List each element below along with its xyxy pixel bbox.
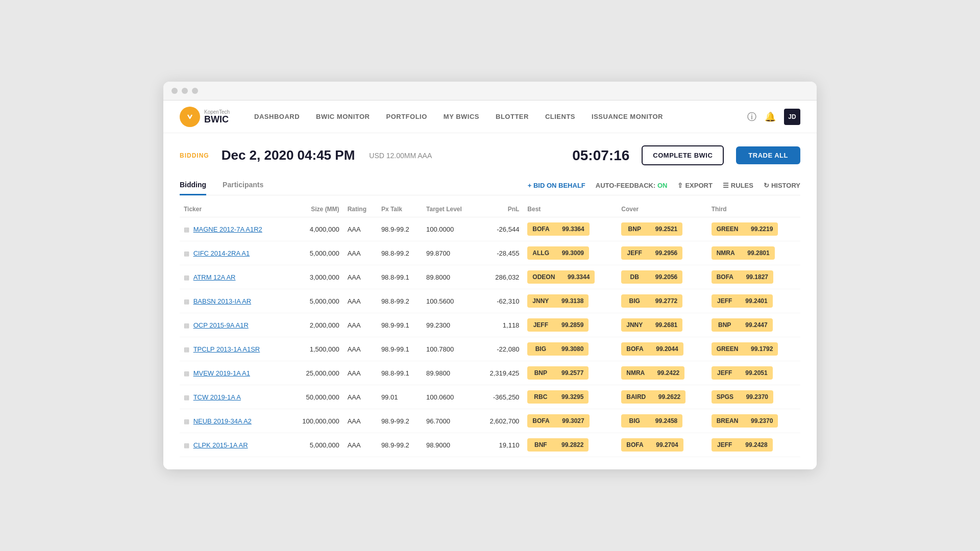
cell-best-0: BOFA 99.3364	[523, 217, 617, 241]
cell-px-talk-7: 99.01	[377, 385, 422, 409]
cell-size-7: 50,000,000	[287, 385, 344, 409]
best-value-9: 99.2822	[554, 438, 589, 452]
browser-dot-1	[172, 88, 178, 94]
table-header: Ticker Size (MM) Rating Px Talk Target L…	[180, 199, 800, 217]
cell-ticker-2: ▩ ATRM 12A AR	[180, 265, 287, 289]
nav-blotter[interactable]: BLOTTER	[496, 113, 529, 120]
ticker-link-7[interactable]: TCW 2019-1A A	[193, 393, 241, 401]
cell-third-3: JEFF 99.2401	[707, 289, 800, 313]
nav-links: DASHBOARD BWIC MONITOR PORTFOLIO MY BWIC…	[254, 113, 731, 120]
chart-icon-3: ▩	[184, 298, 189, 305]
third-label-7: SPGS	[712, 390, 739, 404]
cell-ticker-7: ▩ TCW 2019-1A A	[180, 385, 287, 409]
third-label-1: NMRA	[712, 246, 740, 260]
cell-target-4: 99.2300	[422, 313, 477, 337]
ticker-link-2[interactable]: ATRM 12A AR	[193, 273, 236, 281]
history-icon: ↻	[764, 182, 769, 189]
cell-target-2: 89.8000	[422, 265, 477, 289]
cell-cover-8: BIG 99.2458	[617, 409, 707, 433]
cover-bid-group-9: BOFA 99.2704	[621, 438, 703, 452]
bell-icon: 🔔	[765, 111, 776, 122]
best-value-1: 99.3009	[554, 246, 589, 260]
date-time-display: Dec 2, 2020 04:45 PM	[222, 147, 355, 163]
nav-bwic-monitor[interactable]: BWIC MONITOR	[316, 113, 370, 120]
best-label-7: RBC	[527, 390, 554, 404]
cell-target-8: 96.7000	[422, 409, 477, 433]
rules-link[interactable]: ☰ RULES	[723, 182, 753, 189]
third-label-5: GREEN	[712, 342, 744, 356]
bidding-status-label: BIDDING	[180, 152, 209, 159]
cover-label-1: JEFF	[621, 246, 648, 260]
export-link[interactable]: ⇧ EXPORT	[677, 182, 712, 189]
cover-bid-group-8: BIG 99.2458	[621, 414, 703, 428]
table-row: ▩ TCW 2019-1A A 50,000,000 AAA 99.01 100…	[180, 385, 800, 409]
cover-value-6: 99.2422	[650, 366, 684, 380]
cell-px-talk-5: 98.9-99.1	[377, 337, 422, 361]
bid-on-behalf-link[interactable]: + BID ON BEHALF	[528, 182, 585, 189]
cell-best-9: BNF 99.2822	[523, 433, 617, 457]
cell-target-9: 98.9000	[422, 433, 477, 457]
col-pnl: PnL	[477, 199, 524, 217]
best-value-8: 99.3027	[555, 414, 590, 428]
trade-all-button[interactable]: TRADE ALL	[736, 146, 800, 164]
col-rating: Rating	[344, 199, 377, 217]
tab-bidding[interactable]: Bidding	[180, 176, 206, 195]
cover-value-7: 99.2622	[651, 390, 685, 404]
history-link[interactable]: ↻ HISTORY	[764, 182, 800, 189]
table-row: ▩ NEUB 2019-34A A2 100,000,000 AAA 98.9-…	[180, 409, 800, 433]
cover-bid-group-5: BOFA 99.2044	[621, 342, 703, 356]
third-label-8: BREAN	[712, 414, 744, 428]
cell-px-talk-2: 98.8-99.1	[377, 265, 422, 289]
cell-cover-5: BOFA 99.2044	[617, 337, 707, 361]
third-bid-group-1: NMRA 99.2801	[712, 246, 796, 260]
browser-titlebar	[163, 82, 817, 101]
table-row: ▩ MAGNE 2012-7A A1R2 4,000,000 AAA 98.9-…	[180, 217, 800, 241]
nav-my-bwics[interactable]: MY BWICS	[444, 113, 479, 120]
cover-bid-group-3: BIG 99.2772	[621, 294, 703, 308]
ticker-link-1[interactable]: CIFC 2014-2RA A1	[193, 249, 250, 257]
cell-third-6: JEFF 99.2051	[707, 361, 800, 385]
cell-third-0: GREEN 99.2219	[707, 217, 800, 241]
third-label-4: BNP	[712, 318, 738, 332]
cell-pnl-1: -28,455	[477, 241, 524, 265]
nav-portfolio[interactable]: PORTFOLIO	[386, 113, 427, 120]
main-content: BIDDING Dec 2, 2020 04:45 PM USD 12.00MM…	[163, 133, 817, 469]
ticker-link-0[interactable]: MAGNE 2012-7A A1R2	[193, 226, 262, 233]
cover-bid-group-1: JEFF 99.2956	[621, 246, 703, 260]
cover-label-8: BIG	[621, 414, 648, 428]
best-bid-group-0: BOFA 99.3364	[527, 222, 613, 236]
cover-value-3: 99.2772	[648, 294, 682, 308]
logo-bwic: BWIC	[204, 115, 230, 124]
ticker-link-3[interactable]: BABSN 2013-IA AR	[193, 297, 251, 305]
third-value-4: 99.2447	[738, 318, 773, 332]
user-avatar-button[interactable]: JD	[784, 109, 800, 125]
header-bar: BIDDING Dec 2, 2020 04:45 PM USD 12.00MM…	[180, 145, 800, 165]
notifications-button[interactable]: 🔔	[765, 111, 776, 122]
chart-icon-9: ▩	[184, 442, 189, 449]
ticker-link-6[interactable]: MVEW 2019-1A A1	[193, 369, 250, 377]
third-value-6: 99.2051	[738, 366, 773, 380]
tabs-right-actions: + BID ON BEHALF AUTO-FEEDBACK: ON ⇧ EXPO…	[528, 182, 800, 189]
cell-ticker-3: ▩ BABSN 2013-IA AR	[180, 289, 287, 313]
cover-bid-group-6: NMRA 99.2422	[621, 366, 703, 380]
nav-clients[interactable]: CLIENTS	[545, 113, 575, 120]
col-best: Best	[523, 199, 617, 217]
tab-participants[interactable]: Participants	[223, 176, 263, 195]
third-label-3: JEFF	[712, 294, 738, 308]
nav-dashboard[interactable]: DASHBOARD	[254, 113, 300, 120]
ticker-link-4[interactable]: OCP 2015-9A A1R	[193, 321, 249, 329]
cell-target-6: 89.9800	[422, 361, 477, 385]
nav-issuance-monitor[interactable]: ISSUANCE MONITOR	[592, 113, 663, 120]
ticker-link-9[interactable]: CLPK 2015-1A AR	[193, 441, 248, 449]
complete-bwic-button[interactable]: COMPLETE BWIC	[642, 145, 724, 165]
third-label-0: GREEN	[712, 222, 744, 236]
cell-pnl-4: 1,118	[477, 313, 524, 337]
help-button[interactable]: ⓘ	[747, 111, 756, 123]
ticker-link-8[interactable]: NEUB 2019-34A A2	[193, 417, 252, 425]
best-label-0: BOFA	[527, 222, 554, 236]
best-value-3: 99.3138	[554, 294, 589, 308]
third-bid-group-2: BOFA 99.1827	[712, 270, 796, 284]
third-value-9: 99.2428	[738, 438, 773, 452]
ticker-link-5[interactable]: TPCLP 2013-1A A1SR	[193, 345, 260, 353]
cell-target-5: 100.7800	[422, 337, 477, 361]
